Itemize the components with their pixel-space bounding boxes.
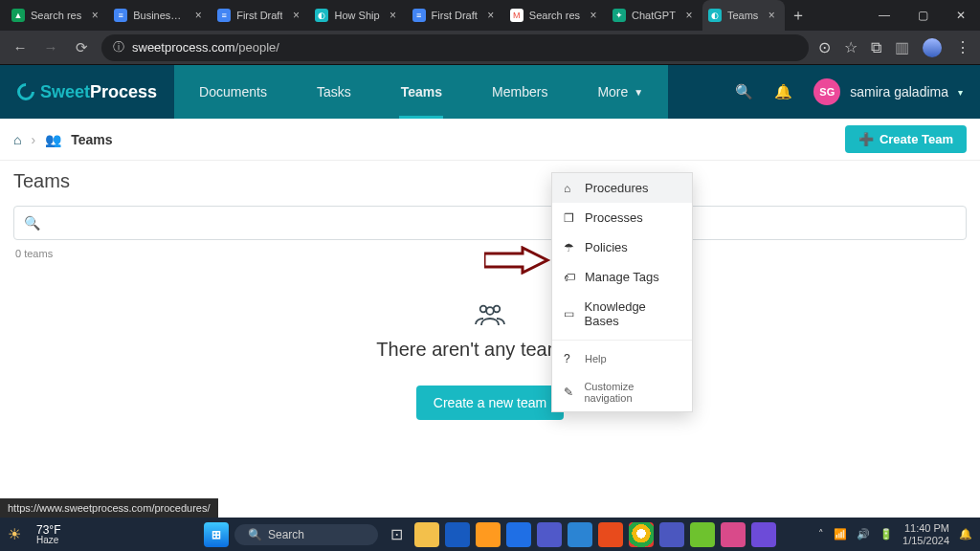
menu-knowledge-bases[interactable]: ▭Knowledge Bases — [552, 292, 692, 336]
tab-1[interactable]: ≡Business P× — [108, 0, 212, 31]
close-icon[interactable]: × — [681, 9, 697, 22]
nav-members[interactable]: Members — [467, 65, 572, 119]
page-title: Teams — [0, 161, 980, 200]
tab-4[interactable]: ≡First Draft× — [407, 0, 504, 31]
create-team-button[interactable]: ➕Create Team — [845, 125, 967, 153]
bookmark-icon[interactable]: ☆ — [844, 38, 858, 56]
wifi-icon[interactable]: 📶 — [834, 528, 847, 540]
button-label: Create Team — [880, 132, 953, 146]
maximize-button[interactable]: ▢ — [903, 0, 942, 31]
tab-6[interactable]: ✦ChatGPT× — [607, 0, 702, 31]
edge-icon[interactable] — [506, 522, 531, 547]
taskbar-search[interactable]: 🔍Search — [234, 524, 378, 545]
start-button[interactable]: ⊞ — [204, 522, 229, 547]
close-icon[interactable]: × — [483, 9, 499, 22]
svg-point-3 — [486, 307, 494, 315]
profile-avatar[interactable] — [923, 38, 942, 57]
address-bar: ← → ⟳ ⓘ sweetprocess.com/people/ ⊙ ☆ ⧉ ▥… — [0, 31, 980, 65]
search-icon: 🔍 — [24, 215, 40, 231]
store-icon[interactable] — [568, 522, 592, 547]
volume-icon[interactable]: 🔊 — [857, 528, 870, 540]
tab-label: Search res — [31, 10, 81, 21]
menu-policies[interactable]: ☂Policies — [552, 232, 692, 262]
battery-icon[interactable]: 🔋 — [880, 528, 893, 540]
menu-customize-nav[interactable]: ✎Customize navigation — [552, 373, 692, 411]
sidepanel-icon[interactable]: ▥ — [895, 38, 909, 56]
more-dropdown: ⌂Procedures ❐Processes ☂Policies 🏷Manage… — [551, 172, 693, 412]
tab-7[interactable]: ◐Teams× — [702, 0, 785, 31]
pencil-icon: ✎ — [564, 386, 576, 399]
search-label: Search — [268, 528, 304, 541]
empty-state: There aren't any teams yet Create a new … — [0, 263, 980, 420]
clock-date: 1/15/2024 — [902, 535, 949, 546]
minimize-button[interactable]: ― — [865, 0, 903, 31]
close-icon[interactable]: × — [386, 9, 401, 22]
user-menu[interactable]: SG samira galadima ▾ — [813, 78, 963, 105]
logo[interactable]: SweetProcess — [0, 65, 174, 119]
translate-icon[interactable]: ⊙ — [818, 38, 831, 56]
menu-procedures[interactable]: ⌂Procedures — [552, 173, 692, 203]
menu-label: Knowledge Bases — [585, 299, 680, 328]
notifications-icon[interactable]: 🔔 — [959, 528, 972, 540]
close-icon[interactable]: × — [764, 9, 779, 22]
app-icon[interactable] — [721, 522, 746, 547]
close-window-button[interactable]: ✕ — [942, 0, 980, 31]
url-path: /people/ — [235, 40, 279, 55]
tab-label: First Draft — [236, 10, 282, 21]
app-icon[interactable] — [476, 522, 501, 547]
book-icon: ▭ — [564, 307, 577, 320]
team-count: 0 teams — [0, 244, 980, 263]
url-field[interactable]: ⓘ sweetprocess.com/people/ — [101, 34, 809, 61]
tab-2[interactable]: ≡First Draft× — [212, 0, 309, 31]
site-info-icon[interactable]: ⓘ — [113, 39, 124, 55]
close-icon[interactable]: × — [288, 9, 303, 22]
new-tab-button[interactable]: ＋ — [785, 0, 812, 31]
breadcrumb-sep: › — [31, 132, 35, 147]
teams-app-icon[interactable] — [537, 522, 562, 547]
tab-label: Teams — [727, 10, 758, 21]
close-icon[interactable]: × — [190, 9, 206, 22]
close-icon[interactable]: × — [87, 9, 102, 22]
close-icon[interactable]: × — [586, 9, 601, 22]
create-new-team-button[interactable]: Create a new team — [416, 386, 564, 420]
nav-teams[interactable]: Teams — [376, 65, 467, 119]
tray-chevron-icon[interactable]: ˄ — [818, 528, 824, 540]
app-icon[interactable] — [690, 522, 715, 547]
user-name: samira galadima — [850, 84, 948, 99]
task-view-icon[interactable]: ⊡ — [384, 522, 409, 547]
nav-more[interactable]: More▼ — [572, 65, 668, 119]
nav-documents[interactable]: Documents — [174, 65, 292, 119]
menu-manage-tags[interactable]: 🏷Manage Tags — [552, 262, 692, 292]
menu-help[interactable]: ?Help — [552, 344, 692, 373]
bell-icon[interactable]: 🔔 — [774, 83, 792, 100]
app-icon[interactable] — [445, 522, 470, 547]
menu-processes[interactable]: ❐Processes — [552, 203, 692, 232]
reload-button[interactable]: ⟳ — [71, 39, 92, 56]
menu-label: Procedures — [585, 181, 648, 195]
app-icon[interactable] — [598, 522, 623, 547]
people-icon — [0, 303, 980, 333]
app-icon[interactable] — [751, 522, 776, 547]
search-icon[interactable]: 🔍 — [735, 83, 753, 100]
weather-widget[interactable]: 73°F Haze — [36, 524, 60, 545]
forward-button[interactable]: → — [40, 39, 61, 55]
tab-3[interactable]: ◐How Ship× — [309, 0, 406, 31]
chrome-icon[interactable] — [629, 522, 654, 547]
weather-icon[interactable]: ☀ — [8, 525, 21, 543]
taskbar-clock[interactable]: 11:40 PM 1/15/2024 — [902, 522, 949, 545]
search-input[interactable] — [48, 207, 956, 239]
weather-cond: Haze — [36, 536, 60, 545]
extensions-icon[interactable]: ⧉ — [871, 39, 881, 56]
logo-icon — [13, 79, 37, 103]
nav-tasks[interactable]: Tasks — [292, 65, 376, 119]
home-icon[interactable]: ⌂ — [13, 132, 21, 147]
team-search[interactable]: 🔍 — [13, 206, 967, 240]
app-icon[interactable] — [659, 522, 684, 547]
tab-label: ChatGPT — [632, 10, 676, 21]
empty-text: There aren't any teams yet — [0, 339, 980, 361]
tab-5[interactable]: MSearch res× — [504, 0, 607, 31]
browser-menu-icon[interactable]: ⋮ — [955, 38, 970, 56]
back-button[interactable]: ← — [10, 39, 31, 55]
tab-0[interactable]: ▲Search res× — [6, 0, 108, 31]
explorer-icon[interactable] — [414, 522, 439, 547]
